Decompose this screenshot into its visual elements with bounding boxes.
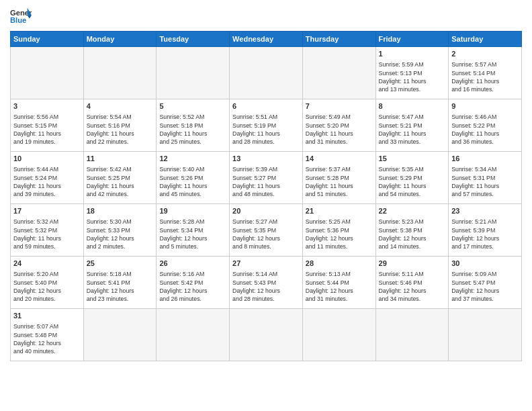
calendar-cell [449,309,522,361]
calendar-cell: 29Sunrise: 5:11 AM Sunset: 5:46 PM Dayli… [375,257,449,309]
calendar-week-4: 17Sunrise: 5:32 AM Sunset: 5:32 PM Dayli… [11,204,522,257]
day-number: 5 [159,101,226,111]
day-info: Sunrise: 5:40 AM Sunset: 5:26 PM Dayligh… [159,165,226,198]
day-info: Sunrise: 5:46 AM Sunset: 5:22 PM Dayligh… [451,113,519,146]
calendar-cell: 8Sunrise: 5:47 AM Sunset: 5:21 PM Daylig… [375,99,449,152]
weekday-header-thursday: Thursday [302,32,375,47]
day-number: 31 [13,311,81,321]
weekday-header-tuesday: Tuesday [157,32,230,47]
day-info: Sunrise: 5:11 AM Sunset: 5:46 PM Dayligh… [379,270,446,303]
day-info: Sunrise: 5:56 AM Sunset: 5:15 PM Dayligh… [13,113,81,146]
day-info: Sunrise: 5:28 AM Sunset: 5:34 PM Dayligh… [159,218,226,250]
day-info: Sunrise: 5:49 AM Sunset: 5:20 PM Dayligh… [306,113,373,146]
weekday-header-wednesday: Wednesday [230,32,303,47]
day-number: 14 [306,154,373,164]
day-number: 17 [13,206,81,216]
day-number: 18 [87,206,154,216]
day-number: 1 [379,49,446,59]
weekday-header-saturday: Saturday [449,32,522,47]
day-info: Sunrise: 5:51 AM Sunset: 5:19 PM Dayligh… [232,113,300,146]
calendar-week-1: 1Sunrise: 5:59 AM Sunset: 5:13 PM Daylig… [11,47,522,99]
day-info: Sunrise: 5:44 AM Sunset: 5:24 PM Dayligh… [13,165,81,198]
calendar-cell: 24Sunrise: 5:20 AM Sunset: 5:40 PM Dayli… [11,257,84,309]
day-number: 20 [232,206,300,216]
day-info: Sunrise: 5:57 AM Sunset: 5:14 PM Dayligh… [451,60,519,93]
calendar-cell: 17Sunrise: 5:32 AM Sunset: 5:32 PM Dayli… [11,204,84,257]
day-number: 9 [451,101,519,111]
calendar-cell [302,309,375,361]
calendar-cell: 19Sunrise: 5:28 AM Sunset: 5:34 PM Dayli… [157,204,230,257]
day-number: 28 [306,259,373,269]
calendar-cell: 2Sunrise: 5:57 AM Sunset: 5:14 PM Daylig… [449,47,522,99]
calendar-cell: 9Sunrise: 5:46 AM Sunset: 5:22 PM Daylig… [449,99,522,152]
calendar-cell: 25Sunrise: 5:18 AM Sunset: 5:41 PM Dayli… [83,257,157,309]
day-info: Sunrise: 5:35 AM Sunset: 5:29 PM Dayligh… [379,165,446,198]
day-info: Sunrise: 5:59 AM Sunset: 5:13 PM Dayligh… [379,60,446,93]
calendar-cell: 12Sunrise: 5:40 AM Sunset: 5:26 PM Dayli… [157,152,230,204]
weekday-header-friday: Friday [375,32,449,47]
day-number: 15 [379,154,446,164]
calendar-cell: 16Sunrise: 5:34 AM Sunset: 5:31 PM Dayli… [449,152,522,204]
day-number: 26 [159,259,226,269]
day-info: Sunrise: 5:52 AM Sunset: 5:18 PM Dayligh… [159,113,226,146]
calendar-week-5: 24Sunrise: 5:20 AM Sunset: 5:40 PM Dayli… [11,257,522,309]
calendar-cell: 20Sunrise: 5:27 AM Sunset: 5:35 PM Dayli… [230,204,303,257]
day-info: Sunrise: 5:30 AM Sunset: 5:33 PM Dayligh… [87,218,154,250]
calendar-cell: 26Sunrise: 5:16 AM Sunset: 5:42 PM Dayli… [157,257,230,309]
day-number: 29 [379,259,446,269]
day-number: 27 [232,259,300,269]
day-info: Sunrise: 5:13 AM Sunset: 5:44 PM Dayligh… [306,270,373,303]
calendar-cell: 31Sunrise: 5:07 AM Sunset: 5:48 PM Dayli… [11,309,84,361]
day-info: Sunrise: 5:54 AM Sunset: 5:16 PM Dayligh… [87,113,154,146]
calendar-cell: 18Sunrise: 5:30 AM Sunset: 5:33 PM Dayli… [83,204,157,257]
day-info: Sunrise: 5:07 AM Sunset: 5:48 PM Dayligh… [13,322,81,355]
logo: General Blue [10,7,32,26]
day-info: Sunrise: 5:14 AM Sunset: 5:43 PM Dayligh… [232,270,300,303]
calendar-cell: 30Sunrise: 5:09 AM Sunset: 5:47 PM Dayli… [449,257,522,309]
logo-icon: General Blue [10,7,32,26]
weekday-header-monday: Monday [83,32,157,47]
day-number: 25 [87,259,154,269]
day-number: 11 [87,154,154,164]
day-info: Sunrise: 5:47 AM Sunset: 5:21 PM Dayligh… [379,113,446,146]
calendar-cell: 7Sunrise: 5:49 AM Sunset: 5:20 PM Daylig… [302,99,375,152]
weekday-header-sunday: Sunday [11,32,84,47]
calendar-cell [375,309,449,361]
calendar-cell [230,309,303,361]
calendar-cell: 22Sunrise: 5:23 AM Sunset: 5:38 PM Dayli… [375,204,449,257]
day-info: Sunrise: 5:32 AM Sunset: 5:32 PM Dayligh… [13,218,81,250]
calendar-cell [11,47,84,99]
calendar-cell: 1Sunrise: 5:59 AM Sunset: 5:13 PM Daylig… [375,47,449,99]
day-info: Sunrise: 5:23 AM Sunset: 5:38 PM Dayligh… [379,218,446,250]
day-number: 7 [306,101,373,111]
day-info: Sunrise: 5:34 AM Sunset: 5:31 PM Dayligh… [451,165,519,198]
day-number: 21 [306,206,373,216]
calendar-cell [83,309,157,361]
day-number: 23 [451,206,519,216]
day-number: 13 [232,154,300,164]
calendar-cell: 15Sunrise: 5:35 AM Sunset: 5:29 PM Dayli… [375,152,449,204]
calendar-cell: 13Sunrise: 5:39 AM Sunset: 5:27 PM Dayli… [230,152,303,204]
svg-marker-3 [28,15,32,19]
day-number: 4 [87,101,154,111]
day-number: 19 [159,206,226,216]
day-number: 30 [451,259,519,269]
day-number: 8 [379,101,446,111]
calendar-table: SundayMondayTuesdayWednesdayThursdayFrid… [10,31,522,361]
day-info: Sunrise: 5:42 AM Sunset: 5:25 PM Dayligh… [87,165,154,198]
day-info: Sunrise: 5:20 AM Sunset: 5:40 PM Dayligh… [13,270,81,303]
calendar-cell: 21Sunrise: 5:25 AM Sunset: 5:36 PM Dayli… [302,204,375,257]
day-info: Sunrise: 5:09 AM Sunset: 5:47 PM Dayligh… [451,270,519,303]
calendar-cell: 5Sunrise: 5:52 AM Sunset: 5:18 PM Daylig… [157,99,230,152]
day-number: 12 [159,154,226,164]
day-number: 16 [451,154,519,164]
calendar-cell: 3Sunrise: 5:56 AM Sunset: 5:15 PM Daylig… [11,99,84,152]
calendar-cell [157,47,230,99]
calendar-cell [230,47,303,99]
page-header: General Blue [10,7,522,26]
day-info: Sunrise: 5:21 AM Sunset: 5:39 PM Dayligh… [451,218,519,250]
calendar-cell: 4Sunrise: 5:54 AM Sunset: 5:16 PM Daylig… [83,99,157,152]
calendar-cell [157,309,230,361]
day-number: 10 [13,154,81,164]
day-info: Sunrise: 5:18 AM Sunset: 5:41 PM Dayligh… [87,270,154,303]
